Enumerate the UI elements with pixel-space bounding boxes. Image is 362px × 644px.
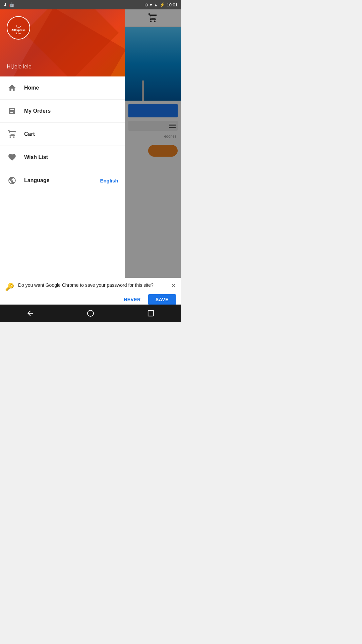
drawer-menu: Home My Orders Cart bbox=[0, 76, 125, 278]
app-logo: ◡ AllExpress Lite bbox=[7, 16, 30, 40]
chrome-password-bar: 🔑 Do you want Google Chrome to save your… bbox=[0, 278, 181, 305]
status-right: ⊖ ▾ ▲ ⚡ 10:01 bbox=[144, 2, 178, 7]
menu-item-cart[interactable]: Cart bbox=[0, 123, 125, 146]
menu-item-home[interactable]: Home bbox=[0, 76, 125, 100]
key-icon: 🔑 bbox=[5, 283, 14, 291]
orders-icon bbox=[7, 106, 17, 116]
signal-icon: ▲ bbox=[154, 2, 158, 7]
language-value: English bbox=[100, 178, 118, 183]
language-section: Language English bbox=[0, 169, 125, 192]
android-icon: 🤖 bbox=[9, 2, 14, 7]
user-greeting: Hi,lele lele bbox=[7, 64, 118, 70]
status-bar: ⬇ 🤖 ⊖ ▾ ▲ ⚡ 10:01 bbox=[0, 0, 181, 9]
navigation-bar bbox=[0, 305, 181, 322]
wishlist-label: Wish List bbox=[24, 154, 118, 160]
cart-menu-icon bbox=[7, 129, 17, 140]
time-display: 10:01 bbox=[167, 2, 178, 7]
drawer-header: ◡ AllExpress Lite Hi,lele lele bbox=[0, 9, 125, 76]
orders-label: My Orders bbox=[24, 108, 118, 114]
globe-icon bbox=[7, 175, 17, 186]
never-button[interactable]: NEVER bbox=[120, 294, 145, 305]
status-left: ⬇ 🤖 bbox=[3, 2, 14, 7]
menu-item-orders[interactable]: My Orders bbox=[0, 100, 125, 123]
download-icon: ⬇ bbox=[3, 2, 7, 7]
wishlist-icon bbox=[7, 152, 17, 163]
logo-text: AllExpress Lite bbox=[11, 29, 25, 35]
menu-item-language[interactable]: Language English bbox=[0, 169, 125, 192]
menu-item-wishlist[interactable]: Wish List bbox=[0, 146, 125, 169]
main-menu-section: Home My Orders Cart bbox=[0, 76, 125, 169]
navigation-drawer: ◡ AllExpress Lite Hi,lele lele Home bbox=[0, 9, 125, 278]
minus-icon: ⊖ bbox=[144, 2, 148, 7]
recent-button[interactable] bbox=[141, 307, 161, 320]
chrome-bar-top: 🔑 Do you want Google Chrome to save your… bbox=[5, 282, 176, 291]
language-label: Language bbox=[24, 177, 100, 183]
svg-rect-1 bbox=[148, 311, 154, 316]
back-button[interactable] bbox=[20, 307, 40, 320]
svg-point-0 bbox=[87, 310, 94, 316]
close-button[interactable]: ✕ bbox=[171, 282, 176, 289]
save-button[interactable]: SAVE bbox=[148, 294, 176, 305]
home-label: Home bbox=[24, 85, 118, 91]
chrome-message: Do you want Google Chrome to save your p… bbox=[18, 282, 167, 289]
cart-label: Cart bbox=[24, 131, 118, 137]
battery-icon: ⚡ bbox=[160, 2, 165, 7]
home-icon bbox=[7, 83, 17, 93]
chrome-bar-buttons: NEVER SAVE bbox=[5, 294, 176, 305]
wifi-icon: ▾ bbox=[150, 2, 152, 7]
home-nav-button[interactable] bbox=[80, 307, 101, 320]
logo-smile-icon: ◡ bbox=[16, 20, 21, 29]
